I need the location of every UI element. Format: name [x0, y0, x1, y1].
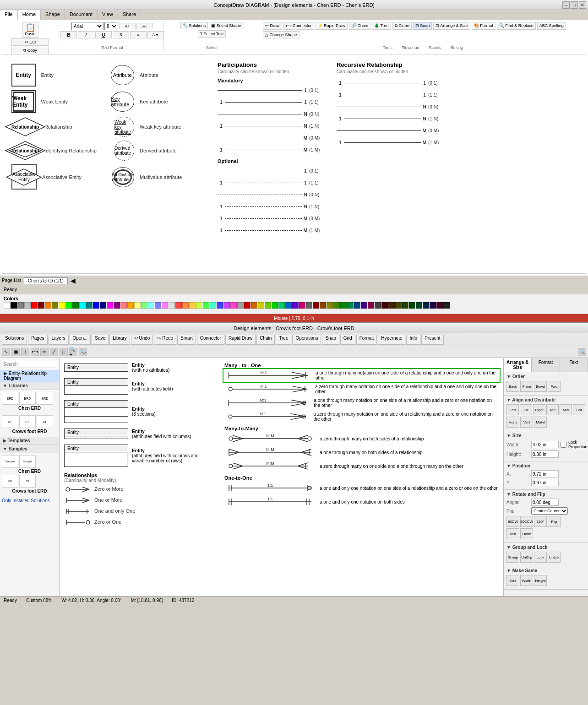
color-black[interactable] — [11, 302, 17, 309]
y-input[interactable] — [531, 479, 559, 486]
color-near-black-navy[interactable] — [423, 302, 429, 309]
color-near-black-purple[interactable] — [430, 302, 436, 309]
zero-or-more-icon[interactable] — [64, 485, 92, 494]
unlock-btn[interactable]: UnLck — [548, 552, 561, 563]
lock-btn[interactable]: Lock — [534, 552, 547, 563]
chen-thumb-3[interactable]: ERD — [37, 392, 53, 405]
entity-attr-cols-var-shape[interactable]: Entity — [64, 445, 128, 467]
operations-btn[interactable]: Operations — [292, 335, 321, 345]
color-near-black-olive[interactable] — [395, 302, 402, 309]
spelling-btn[interactable]: ABC Spelling — [537, 22, 566, 30]
front-btn[interactable]: Front — [520, 381, 533, 392]
rp-tab-text[interactable]: Text — [560, 358, 588, 372]
forward-btn[interactable]: Fwd — [548, 381, 561, 392]
undo-btn[interactable]: ↩ Undo — [131, 335, 153, 345]
change-shape-btn[interactable]: △ Change Shape — [263, 31, 299, 38]
installed-solutions-link[interactable]: Only Installed Solutions — [0, 496, 59, 505]
color-green[interactable] — [72, 302, 79, 309]
color-brown[interactable] — [251, 302, 257, 309]
open-btn[interactable]: Open... — [70, 335, 91, 345]
chens-erd-tab[interactable]: Chen's ERD (1/1) — [24, 277, 68, 284]
rotate-180-btn[interactable]: 180° — [534, 516, 547, 527]
color-yellow[interactable] — [59, 302, 65, 309]
color-green2[interactable] — [203, 302, 209, 309]
select-shape-btn[interactable]: ▣ Select Shape — [209, 22, 243, 29]
color-dark-red[interactable] — [244, 302, 250, 309]
close-btn[interactable]: ✕ — [579, 1, 586, 9]
vertical-flip-btn[interactable]: Vert — [506, 528, 519, 539]
color-near-black-br[interactable] — [388, 302, 395, 309]
font-increase-btn[interactable]: A↑ — [119, 23, 136, 29]
color-yellow-green2[interactable] — [265, 302, 271, 309]
connector-btn2[interactable]: Connector — [197, 335, 224, 345]
rp-tab-arrange[interactable]: Arrange & Size — [504, 358, 532, 372]
color-blue3[interactable] — [285, 302, 292, 309]
rapid-draw-btn[interactable]: ⚡ Rapid Draw — [316, 22, 348, 30]
align-right-btn[interactable]: Right — [533, 404, 545, 415]
color-lime[interactable] — [65, 302, 72, 309]
backward-btn[interactable]: Bkwd — [534, 381, 547, 392]
entity-with-attr-shape[interactable]: Entity — [64, 378, 128, 395]
pencil-tool[interactable]: ✏ — [40, 348, 49, 356]
entity-3section-shape[interactable]: Entity — [64, 400, 128, 423]
color-dark-green[interactable] — [272, 302, 278, 309]
connector-btn[interactable]: ⟷ Connector — [283, 22, 314, 30]
color-light-red[interactable] — [120, 302, 127, 309]
connector-tool[interactable]: ⟷ — [31, 348, 39, 356]
height-input[interactable] — [531, 450, 559, 458]
copy-btn[interactable]: ⧉ Copy — [11, 47, 49, 54]
tab-scroll-left[interactable]: ◀ — [69, 277, 77, 284]
color-darkest-red[interactable] — [313, 302, 319, 309]
color-light-aqua[interactable] — [148, 302, 154, 309]
cf-thumb-3[interactable]: CF — [37, 415, 53, 428]
pointer-tool[interactable]: ↖ — [2, 348, 10, 356]
derived-attribute-shape[interactable]: Derived attribute — [114, 141, 134, 161]
cf-thumb-1[interactable]: CF — [2, 415, 18, 428]
color-darkest-brown[interactable] — [320, 302, 326, 309]
present-btn[interactable]: Present — [421, 335, 443, 345]
color-near-black-g[interactable] — [402, 302, 408, 309]
color-light-yellow[interactable] — [134, 302, 141, 309]
color-dark-yg[interactable] — [333, 302, 340, 309]
info-btn[interactable]: Info — [406, 335, 420, 345]
tab-share[interactable]: Share — [118, 10, 141, 20]
color-silver[interactable] — [24, 302, 31, 309]
color-light-green[interactable] — [141, 302, 147, 309]
paste-btn[interactable]: 📋 Paste — [22, 22, 38, 38]
multivalue-attribute-shape[interactable]: Multivalue attribute — [112, 167, 134, 187]
lock-proportions-checkbox[interactable] — [561, 442, 566, 448]
oto-row-1[interactable]: 1:1 a one and only one notation on one s… — [224, 483, 499, 494]
color-purple[interactable] — [114, 302, 120, 309]
library-btn[interactable]: Library — [109, 335, 130, 345]
color-teal[interactable] — [86, 302, 93, 309]
format-btn2[interactable]: Format — [356, 335, 377, 345]
underline-btn[interactable]: U — [95, 31, 112, 38]
align-left-btn[interactable]: Left — [506, 404, 519, 415]
font-color-btn[interactable]: A▼ — [147, 31, 164, 38]
format-btn[interactable]: 🎨 Format — [472, 22, 495, 30]
same-size-btn[interactable]: Size — [506, 575, 519, 586]
color-navy[interactable] — [100, 302, 106, 309]
one-only-icon[interactable] — [64, 507, 92, 516]
x-input[interactable] — [531, 470, 559, 477]
group-btn[interactable]: Group — [506, 552, 519, 563]
ungroup-btn[interactable]: UnGrp — [520, 552, 533, 563]
sample-thumb-4[interactable]: CF — [19, 475, 36, 488]
color-magenta[interactable] — [299, 302, 305, 309]
relationship-shape[interactable]: Relationship — [11, 117, 39, 137]
associative-entity-shape[interactable]: AssociativeEntity — [11, 164, 37, 190]
font-size-select[interactable]: 8 — [104, 22, 118, 30]
main-canvas-2[interactable]: Entity Entity (with no attributes) Entit… — [60, 358, 503, 596]
rp-tab-format[interactable]: Format — [532, 358, 560, 372]
align-bottom-btn[interactable]: Bot — [573, 404, 585, 415]
weak-key-attribute-shape[interactable]: Weak key attribute — [114, 117, 134, 137]
color-light-blue[interactable] — [155, 302, 161, 309]
sample-thumb-2[interactable]: Sample — [19, 455, 36, 468]
color-dark-yellow[interactable] — [258, 302, 264, 309]
color-fuchsia[interactable] — [107, 302, 113, 309]
color-dark-purple[interactable] — [361, 302, 367, 309]
shape-tool[interactable]: □ — [60, 348, 68, 356]
select-tool[interactable]: ▣ — [11, 348, 20, 356]
cf-thumb-2[interactable]: CF — [19, 415, 36, 428]
color-yellow-green[interactable] — [196, 302, 202, 309]
